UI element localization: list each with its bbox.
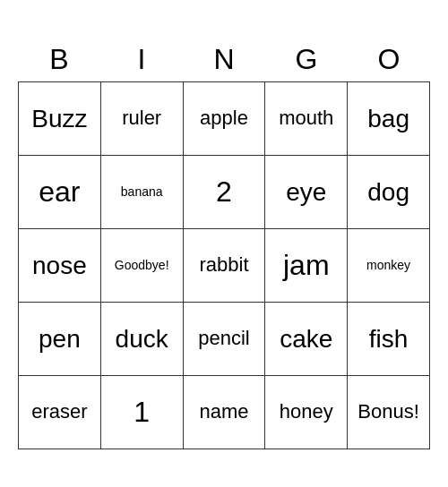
cell-content: name xyxy=(199,400,248,423)
header-letter-I: I xyxy=(100,38,183,81)
cell-content: rabbit xyxy=(199,253,248,277)
grid-cell-r1-c4: dog xyxy=(348,156,430,229)
cell-content: eye xyxy=(286,177,326,208)
bingo-grid: Buzzrulerapplemouthbagearbanana2eyedogno… xyxy=(18,81,430,449)
cell-content: ear xyxy=(39,175,80,209)
cell-content: pencil xyxy=(198,327,249,350)
cell-content: 2 xyxy=(216,175,232,209)
bingo-card: BINGO Buzzrulerapplemouthbagearbanana2ey… xyxy=(18,38,430,449)
cell-content: mouth xyxy=(279,107,333,130)
grid-cell-r0-c2: apple xyxy=(184,82,266,156)
grid-cell-r3-c4: fish xyxy=(348,303,430,376)
grid-cell-r3-c1: duck xyxy=(101,303,184,376)
grid-cell-r4-c4: Bonus! xyxy=(348,376,430,449)
cell-content: bag xyxy=(367,104,409,134)
cell-content: eraser xyxy=(31,400,87,423)
cell-content: apple xyxy=(200,107,248,130)
cell-content: honey xyxy=(280,400,333,423)
cell-content: Goodbye! xyxy=(115,258,169,273)
header-letter-G: G xyxy=(265,38,348,81)
cell-content: dog xyxy=(367,177,409,208)
grid-cell-r2-c4: monkey xyxy=(348,229,430,303)
cell-content: duck xyxy=(116,324,168,355)
grid-cell-r4-c3: honey xyxy=(265,376,348,449)
grid-cell-r0-c3: mouth xyxy=(265,82,348,156)
cell-content: fish xyxy=(369,324,409,355)
grid-cell-r2-c0: nose xyxy=(19,229,101,303)
cell-content: nose xyxy=(32,251,87,281)
bingo-header: BINGO xyxy=(18,38,430,81)
grid-cell-r2-c3: jam xyxy=(265,229,348,303)
grid-cell-r0-c0: Buzz xyxy=(19,82,101,156)
header-letter-O: O xyxy=(348,38,430,81)
grid-cell-r2-c1: Goodbye! xyxy=(101,229,184,303)
header-letter-B: B xyxy=(18,38,100,81)
cell-content: 1 xyxy=(134,395,150,429)
grid-cell-r4-c0: eraser xyxy=(19,376,101,449)
grid-cell-r0-c4: bag xyxy=(348,82,430,156)
grid-cell-r4-c2: name xyxy=(184,376,266,449)
grid-cell-r0-c1: ruler xyxy=(101,82,184,156)
cell-content: jam xyxy=(283,248,330,282)
cell-content: pen xyxy=(39,324,81,355)
grid-cell-r2-c2: rabbit xyxy=(184,229,266,303)
cell-content: Buzz xyxy=(31,104,87,134)
cell-content: monkey xyxy=(366,258,410,273)
cell-content: cake xyxy=(280,324,332,355)
grid-cell-r1-c0: ear xyxy=(19,156,101,229)
grid-cell-r1-c3: eye xyxy=(265,156,348,229)
grid-cell-r1-c1: banana xyxy=(101,156,184,229)
cell-content: Bonus! xyxy=(358,400,419,423)
cell-content: banana xyxy=(121,184,163,200)
cell-content: ruler xyxy=(122,107,161,130)
header-letter-N: N xyxy=(183,38,265,81)
grid-cell-r3-c3: cake xyxy=(265,303,348,376)
grid-cell-r3-c0: pen xyxy=(19,303,101,376)
grid-cell-r1-c2: 2 xyxy=(184,156,266,229)
grid-cell-r3-c2: pencil xyxy=(184,303,266,376)
grid-cell-r4-c1: 1 xyxy=(101,376,184,449)
